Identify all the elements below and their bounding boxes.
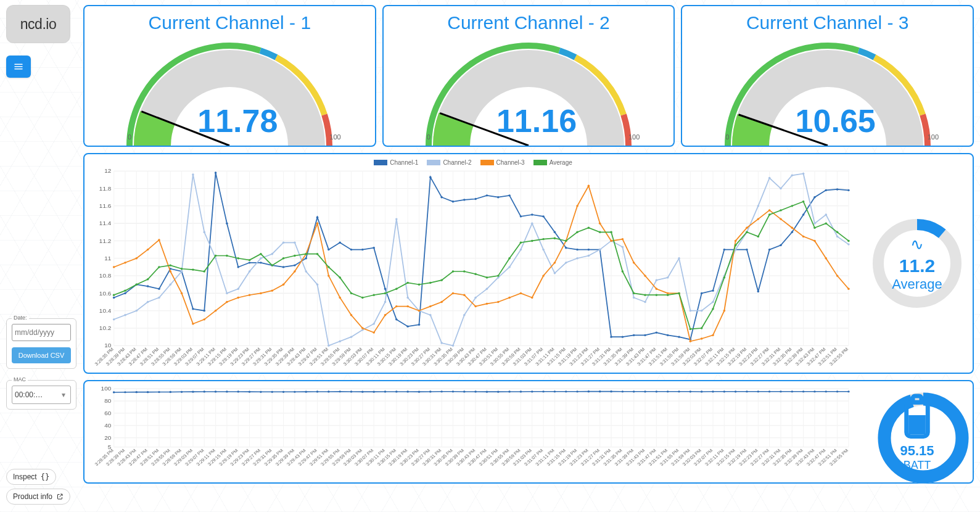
svg-point-129 bbox=[542, 215, 545, 217]
svg-point-167 bbox=[226, 292, 228, 294]
svg-point-161 bbox=[158, 297, 160, 299]
svg-point-186 bbox=[440, 342, 443, 344]
svg-point-106 bbox=[282, 266, 285, 268]
svg-point-332 bbox=[599, 231, 601, 233]
svg-point-95 bbox=[158, 288, 160, 290]
svg-point-194 bbox=[531, 222, 533, 224]
svg-point-266 bbox=[599, 222, 601, 224]
svg-point-544 bbox=[599, 390, 601, 392]
mac-select[interactable]: 00:00:… ▾ bbox=[12, 386, 71, 404]
logo: ncd.io bbox=[6, 5, 70, 43]
date-input[interactable] bbox=[12, 324, 71, 341]
svg-point-315 bbox=[406, 282, 409, 284]
svg-point-550 bbox=[667, 390, 669, 392]
svg-point-185 bbox=[429, 314, 432, 316]
svg-point-557 bbox=[746, 390, 748, 392]
gauge-row: Current Channel - 1 0 100 11.78 Current … bbox=[83, 5, 974, 147]
svg-point-126 bbox=[508, 194, 511, 196]
average-label: Average bbox=[892, 276, 942, 292]
svg-point-553 bbox=[701, 390, 703, 392]
download-csv-button[interactable]: Download CSV bbox=[12, 347, 71, 363]
svg-point-246 bbox=[373, 331, 375, 333]
svg-point-302 bbox=[260, 253, 262, 255]
svg-point-523 bbox=[361, 391, 364, 393]
svg-text:10.4: 10.4 bbox=[99, 307, 112, 314]
svg-point-349 bbox=[791, 205, 794, 207]
svg-point-525 bbox=[384, 390, 387, 392]
svg-point-124 bbox=[486, 194, 488, 196]
svg-point-195 bbox=[542, 249, 545, 250]
svg-point-230 bbox=[192, 323, 194, 324]
svg-point-115 bbox=[384, 288, 387, 290]
svg-point-561 bbox=[791, 390, 794, 392]
svg-point-159 bbox=[136, 310, 138, 312]
svg-point-281 bbox=[768, 209, 771, 211]
svg-point-285 bbox=[813, 240, 816, 242]
svg-point-118 bbox=[418, 324, 421, 326]
svg-point-536 bbox=[508, 390, 511, 392]
svg-point-256 bbox=[486, 303, 488, 305]
braces-icon: {} bbox=[41, 473, 49, 481]
menu-toggle-button[interactable] bbox=[6, 56, 31, 78]
svg-point-220 bbox=[825, 213, 828, 215]
svg-point-535 bbox=[497, 391, 500, 393]
average-donut-side: ∿ 11.2 Average bbox=[862, 154, 973, 373]
product-info-button[interactable]: Product info bbox=[6, 489, 70, 505]
svg-point-233 bbox=[226, 301, 228, 303]
svg-point-183 bbox=[406, 297, 409, 299]
svg-point-235 bbox=[249, 294, 251, 296]
svg-point-160 bbox=[147, 301, 149, 303]
battery-donut-side: 95.15 BATT bbox=[862, 381, 973, 482]
svg-point-131 bbox=[565, 247, 567, 249]
svg-point-259 bbox=[520, 292, 522, 294]
svg-point-534 bbox=[486, 391, 488, 393]
svg-point-555 bbox=[723, 390, 726, 392]
svg-point-226 bbox=[147, 249, 149, 250]
svg-point-298 bbox=[215, 255, 217, 257]
svg-point-189 bbox=[474, 297, 477, 299]
svg-point-188 bbox=[463, 314, 466, 316]
svg-point-209 bbox=[701, 310, 703, 312]
svg-point-218 bbox=[802, 173, 805, 175]
battery-icon bbox=[871, 392, 963, 443]
svg-point-505 bbox=[158, 391, 160, 393]
svg-point-132 bbox=[576, 249, 579, 250]
svg-point-101 bbox=[226, 222, 228, 224]
svg-point-204 bbox=[644, 301, 646, 303]
svg-point-172 bbox=[282, 242, 285, 244]
svg-point-176 bbox=[327, 345, 330, 347]
svg-point-537 bbox=[520, 390, 522, 392]
svg-text:60: 60 bbox=[104, 410, 111, 416]
svg-point-347 bbox=[768, 213, 771, 215]
svg-point-513 bbox=[249, 391, 251, 393]
gauge-channel-3: Current Channel - 3 0 100 10.65 bbox=[681, 5, 974, 147]
svg-point-556 bbox=[735, 390, 737, 392]
svg-point-168 bbox=[237, 288, 239, 290]
svg-point-560 bbox=[780, 390, 782, 392]
svg-point-275 bbox=[701, 337, 703, 339]
svg-point-327 bbox=[542, 238, 545, 240]
inspect-button[interactable]: Inspect {} bbox=[6, 469, 56, 485]
svg-point-238 bbox=[282, 284, 285, 286]
svg-point-533 bbox=[474, 390, 477, 392]
svg-point-540 bbox=[554, 390, 556, 392]
external-link-icon bbox=[56, 493, 64, 500]
svg-point-340 bbox=[690, 328, 692, 330]
svg-point-145 bbox=[723, 249, 726, 250]
svg-point-324 bbox=[508, 257, 511, 259]
svg-point-334 bbox=[622, 270, 624, 272]
svg-point-521 bbox=[339, 390, 341, 392]
svg-point-522 bbox=[350, 390, 353, 392]
svg-point-506 bbox=[170, 391, 172, 393]
svg-point-117 bbox=[406, 325, 409, 327]
svg-point-169 bbox=[249, 270, 251, 272]
svg-point-345 bbox=[746, 231, 748, 233]
svg-point-335 bbox=[633, 292, 635, 294]
svg-point-291 bbox=[136, 284, 138, 286]
svg-text:80: 80 bbox=[104, 397, 111, 403]
svg-point-278 bbox=[735, 240, 737, 242]
svg-point-508 bbox=[192, 391, 194, 393]
svg-point-170 bbox=[260, 257, 262, 259]
svg-point-222 bbox=[847, 243, 850, 245]
svg-point-120 bbox=[440, 196, 443, 198]
